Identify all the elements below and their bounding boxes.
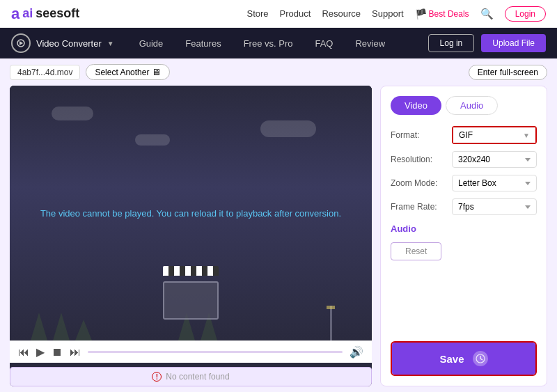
forward-button[interactable]: ⏭ [70, 346, 81, 359]
save-label: Save [439, 353, 464, 365]
fullscreen-button[interactable]: Enter full-screen [469, 65, 547, 80]
search-icon[interactable]: 🔍 [480, 8, 494, 20]
resolution-row: Resolution: 320x240 640x480 1280x720 [391, 151, 537, 168]
cloud-3 [135, 134, 170, 146]
resolution-select[interactable]: 320x240 640x480 1280x720 [452, 151, 537, 168]
cloud-1 [52, 107, 93, 120]
resolution-label: Resolution: [391, 155, 446, 164]
no-content-text: No content found [166, 372, 229, 382]
frame-rate-select[interactable]: 7fps 15fps 24fps 30fps [452, 198, 537, 215]
rewind-button[interactable]: ⏮ [18, 346, 29, 359]
audio-section-label[interactable]: Audio [391, 224, 537, 234]
format-select[interactable]: GIF MP4 AVI MOV [453, 127, 535, 143]
logo: aaiseesoft [11, 5, 79, 23]
video-message: The video cannot be played. You can relo… [40, 208, 341, 219]
svg-marker-1 [19, 41, 23, 45]
content-area: 4ab7f...4d.mov Select Another 🖥 Enter fu… [0, 58, 557, 392]
secondary-nav-right: Log in Upload File [428, 34, 546, 52]
tree-1 [31, 313, 47, 340]
format-select-wrapper: GIF MP4 AVI MOV ▼ [452, 126, 537, 144]
toolbar-row: 4ab7f...4d.mov Select Another 🖥 Enter fu… [0, 58, 557, 86]
best-deals-link[interactable]: 🏴 Best Deals [415, 8, 469, 19]
streetlight [330, 306, 332, 340]
resource-link[interactable]: Resource [322, 8, 361, 19]
free-vs-pro-link[interactable]: Free vs. Pro [233, 28, 304, 58]
alert-icon: ! [152, 372, 162, 382]
format-label: Format: [391, 130, 446, 140]
clock-icon [473, 351, 488, 366]
volume-icon[interactable]: 🔊 [350, 345, 363, 359]
product-logo[interactable]: Video Converter ▼ [11, 33, 114, 53]
zoom-mode-row: Zoom Mode: Letter Box Full Screen Pan & … [391, 175, 537, 191]
faq-link[interactable]: FAQ [304, 28, 344, 58]
spacer [391, 269, 537, 333]
converter-icon [11, 33, 31, 53]
logo-dot: a [11, 5, 19, 23]
settings-panel: Video Audio Format: GIF MP4 AVI MOV [380, 86, 547, 386]
zoom-mode-label: Zoom Mode: [391, 178, 446, 188]
logo-ai: ai [22, 6, 33, 21]
top-navigation: aaiseesoft Store Product Resource Suppor… [0, 0, 557, 28]
top-nav-links: Store Product Resource Support 🏴 Best De… [247, 6, 546, 22]
secondary-nav-links: Guide Features Free vs. Pro FAQ Review [128, 28, 428, 58]
save-button[interactable]: Save [392, 343, 535, 375]
clapboard [163, 266, 219, 320]
zoom-mode-select[interactable]: Letter Box Full Screen Pan & Scan [452, 175, 537, 191]
tree-2 [53, 313, 70, 340]
save-section: Save [391, 341, 537, 376]
guide-link[interactable]: Guide [128, 28, 175, 58]
login-button[interactable]: Login [505, 6, 546, 22]
store-link[interactable]: Store [247, 8, 269, 19]
svg-line-4 [480, 359, 483, 360]
streetlight-head [327, 306, 335, 309]
file-tab: 4ab7f...4d.mov Select Another 🖥 [10, 64, 170, 80]
frame-rate-row: Frame Rate: 7fps 15fps 24fps 30fps [391, 198, 537, 215]
progress-bar[interactable] [88, 351, 343, 353]
file-name: 4ab7f...4d.mov [10, 65, 80, 80]
no-content-bar: ! No content found [10, 367, 372, 386]
clapboard-body [163, 281, 219, 320]
video-display: The video cannot be played. You can relo… [10, 86, 372, 340]
video-controls: ⏮ ▶ ⏹ ⏭ 🔊 [10, 340, 372, 363]
format-tabs: Video Audio [391, 96, 537, 115]
settings-grid: Format: GIF MP4 AVI MOV ▼ Resolution: [391, 126, 537, 215]
tab-audio[interactable]: Audio [446, 96, 498, 115]
secondary-navigation: Video Converter ▼ Guide Features Free vs… [0, 28, 557, 58]
product-link[interactable]: Product [280, 8, 311, 19]
flag-icon: 🏴 [415, 8, 427, 19]
logo-rest: seesoft [36, 6, 79, 21]
features-link[interactable]: Features [174, 28, 232, 58]
upload-file-button[interactable]: Upload File [481, 34, 546, 52]
reset-button[interactable]: Reset [391, 242, 441, 260]
dropdown-icon: ▼ [107, 40, 114, 47]
monitor-icon: 🖥 [152, 67, 161, 77]
main-split: The video cannot be played. You can relo… [0, 86, 557, 392]
product-name: Video Converter [36, 38, 102, 49]
format-row: Format: GIF MP4 AVI MOV ▼ [391, 126, 537, 144]
video-panel: The video cannot be played. You can relo… [10, 86, 372, 386]
cloud-2 [260, 120, 316, 137]
clapboard-top [163, 266, 219, 276]
play-button[interactable]: ▶ [36, 345, 45, 359]
select-another-button[interactable]: Select Another 🖥 [86, 64, 170, 80]
review-link[interactable]: Review [344, 28, 396, 58]
frame-rate-label: Frame Rate: [391, 202, 446, 212]
tree-3 [75, 320, 92, 340]
support-link[interactable]: Support [372, 8, 404, 19]
tab-video[interactable]: Video [391, 96, 441, 115]
stop-button[interactable]: ⏹ [52, 346, 63, 359]
login-nav-button[interactable]: Log in [428, 34, 475, 52]
